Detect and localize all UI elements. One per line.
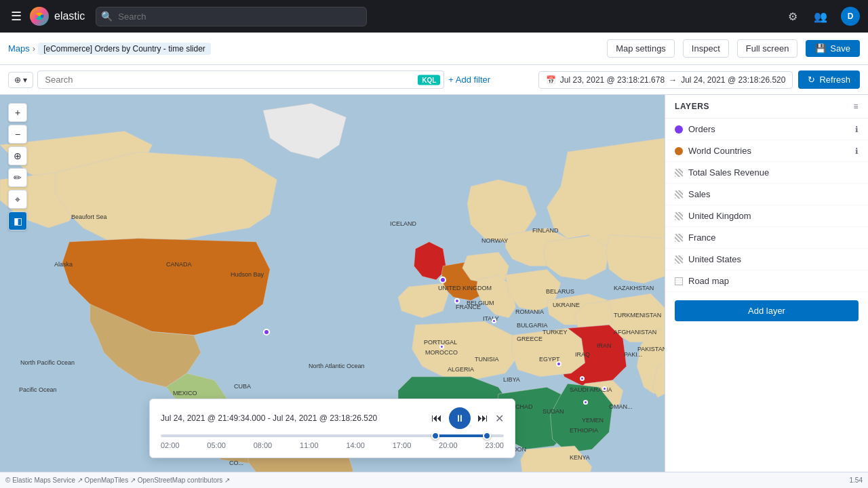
add-filter-button[interactable]: + Add filter xyxy=(448,75,490,85)
map-marker-yemen xyxy=(583,400,588,405)
layers-menu-icon[interactable]: ≡ xyxy=(853,102,859,111)
map-settings-button[interactable]: Map settings xyxy=(607,39,675,58)
svg-point-4 xyxy=(41,15,44,18)
layer-icon xyxy=(675,234,683,242)
layer-item[interactable]: France xyxy=(665,227,868,249)
time-slider-header: Jul 24, 2021 @ 21:49:34.000 - Jul 24, 20… xyxy=(161,407,504,429)
layer-name: France xyxy=(688,232,859,243)
kql-badge: KQL xyxy=(418,75,440,85)
layer-item[interactable]: Sales xyxy=(665,184,868,205)
layer-icon xyxy=(675,277,683,285)
time-slider-play-button[interactable]: ⏸ xyxy=(449,407,471,429)
map-marker-uk xyxy=(439,277,446,283)
breadcrumb-current: [eCommerce] Orders by Country - time sli… xyxy=(38,43,211,55)
layer-name: Sales xyxy=(688,189,859,199)
draw-button[interactable]: ✏ xyxy=(8,168,27,187)
slider-thumb-right[interactable] xyxy=(483,432,491,440)
map-marker-france xyxy=(454,298,460,304)
settings-icon-button[interactable]: ⚙ xyxy=(785,7,800,26)
refresh-icon: ↻ xyxy=(808,75,815,85)
users-icon: 👥 xyxy=(814,11,827,22)
map-marker-oman xyxy=(602,386,607,391)
layer-item[interactable]: United Kingdom xyxy=(665,205,868,227)
slider-track xyxy=(161,434,504,437)
map-area[interactable]: CANADAICELANDNORWAYFINLANDBELARUSUKRAINE… xyxy=(0,95,665,472)
filter-bar: ⊕ ▾ KQL + Add filter 📅 Jul 23, 2021 @ 23… xyxy=(0,65,868,95)
layers-header: LAYERS ≡ xyxy=(665,95,868,119)
breadcrumb: Maps › [eCommerce] Orders by Country - t… xyxy=(8,43,211,55)
layer-item[interactable]: Ordersℹ xyxy=(665,119,868,140)
time-slider-range-text: Jul 24, 2021 @ 21:49:34.000 - Jul 24, 20… xyxy=(161,413,377,423)
status-text: © Elastic Maps Service ↗ OpenMapTiles ↗ … xyxy=(5,476,230,484)
nav-right: ⚙ 👥 D xyxy=(785,7,860,26)
layer-name: United States xyxy=(688,254,859,264)
add-layer-button[interactable]: Add layer xyxy=(675,300,859,321)
map-marker-morocco xyxy=(439,344,444,349)
filter-bar-right: 📅 Jul 23, 2021 @ 23:18:21.678 → Jul 24, … xyxy=(538,70,860,89)
search-icon: 🔍 xyxy=(101,11,113,22)
kql-search-input[interactable] xyxy=(37,70,444,89)
time-arrow: → xyxy=(669,75,677,85)
map-marker-egypt xyxy=(556,361,561,367)
inspect-button[interactable]: Inspect xyxy=(683,39,729,58)
slider-track-wrapper: 02:0005:0008:0011:0014:0017:0020:0023:00 xyxy=(161,434,504,449)
main-content: CANADAICELANDNORWAYFINLANDBELARUSUKRAINE… xyxy=(0,95,868,472)
save-button[interactable]: 💾 Save xyxy=(806,40,860,57)
slider-time-label: 14:00 xyxy=(346,441,365,449)
slider-thumb-left[interactable] xyxy=(431,432,439,440)
layer-item[interactable]: World Countriesℹ xyxy=(665,140,868,162)
time-slider: Jul 24, 2021 @ 21:49:34.000 - Jul 24, 20… xyxy=(149,399,515,458)
user-management-button[interactable]: 👥 xyxy=(811,7,830,26)
logo-text: elastic xyxy=(54,10,85,22)
layer-icon xyxy=(675,212,683,220)
svg-point-3 xyxy=(35,15,38,18)
slider-time-label: 11:00 xyxy=(300,441,319,449)
map-marker-usa xyxy=(263,329,270,336)
hamburger-button[interactable]: ☰ xyxy=(8,6,24,26)
status-bar: © Elastic Maps Service ↗ OpenMapTiles ↗ … xyxy=(0,472,868,488)
lasso-button[interactable]: ⌖ xyxy=(8,190,27,209)
slider-time-label: 08:00 xyxy=(254,441,273,449)
zoom-in-button[interactable]: + xyxy=(8,103,27,122)
elastic-logo-icon xyxy=(30,7,49,26)
time-slider-prev-button[interactable]: ⏮ xyxy=(430,411,443,426)
layer-item[interactable]: United States xyxy=(665,249,868,270)
kql-wrapper: KQL xyxy=(37,70,444,89)
time-range-button[interactable]: 📅 Jul 23, 2021 @ 23:18:21.678 → Jul 24, … xyxy=(538,71,793,89)
layer-icon xyxy=(675,169,683,177)
time-slider-next-button[interactable]: ⏭ xyxy=(476,411,490,426)
slider-time-label: 20:00 xyxy=(439,441,458,449)
time-from: Jul 23, 2021 @ 23:18:21.678 xyxy=(560,75,665,85)
slider-time-label: 02:00 xyxy=(161,441,180,449)
layers-list: OrdersℹWorld CountriesℹTotal Sales Reven… xyxy=(665,119,868,292)
zoom-out-button[interactable]: − xyxy=(8,125,27,144)
layers-control-button[interactable]: ◧ xyxy=(8,211,27,230)
breadcrumb-separator: › xyxy=(33,43,35,54)
filter-toggle-button[interactable]: ⊕ ▾ xyxy=(8,72,33,88)
slider-labels: 02:0005:0008:0011:0014:0017:0020:0023:00 xyxy=(161,441,504,449)
time-slider-controls: ⏮ ⏸ ⏭ ✕ xyxy=(430,407,504,429)
logo: elastic xyxy=(30,7,85,26)
top-nav: ☰ elastic 🔍 ⚙ 👥 D xyxy=(0,0,868,33)
toolbar: Maps › [eCommerce] Orders by Country - t… xyxy=(0,33,868,65)
map-marker-arabia xyxy=(580,376,585,381)
zoom-level: 1.54 xyxy=(850,476,863,484)
calendar-icon: 📅 xyxy=(546,75,556,85)
compass-button[interactable]: ⊕ xyxy=(8,146,27,165)
time-to: Jul 24, 2021 @ 23:18:26.520 xyxy=(681,75,785,85)
global-search-input[interactable] xyxy=(96,7,367,26)
breadcrumb-maps-link[interactable]: Maps xyxy=(8,43,30,54)
layer-info-icon[interactable]: ℹ xyxy=(855,125,859,134)
avatar[interactable]: D xyxy=(841,7,860,26)
layer-name: Total Sales Revenue xyxy=(688,167,859,178)
settings-icon: ⚙ xyxy=(788,11,797,22)
map-marker-italy xyxy=(492,319,496,323)
refresh-button[interactable]: ↻ Refresh xyxy=(798,70,860,89)
layer-item[interactable]: Total Sales Revenue xyxy=(665,162,868,184)
fullscreen-button[interactable]: Full screen xyxy=(737,39,798,58)
layer-info-icon[interactable]: ℹ xyxy=(855,146,859,156)
layer-item[interactable]: Road map xyxy=(665,270,868,292)
time-slider-close-button[interactable]: ✕ xyxy=(495,412,504,425)
layer-icon xyxy=(675,256,683,264)
right-panel: LAYERS ≡ OrdersℹWorld CountriesℹTotal Sa… xyxy=(665,95,868,472)
